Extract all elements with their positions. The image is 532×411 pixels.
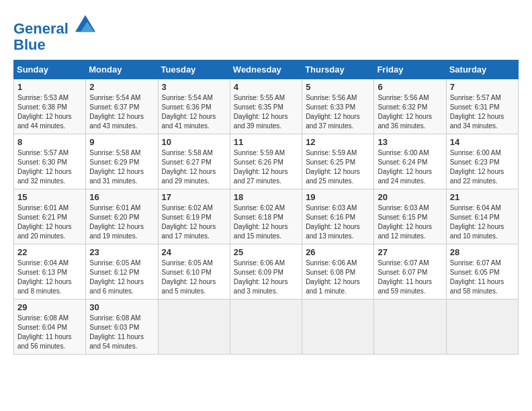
calendar-week-row: 15 Sunrise: 6:01 AM Sunset: 6:21 PM Dayl… <box>14 189 519 244</box>
day-number: 19 <box>306 192 370 202</box>
calendar-cell: 9 Sunrise: 5:58 AM Sunset: 6:29 PM Dayli… <box>86 134 158 189</box>
logo-icon <box>75 13 95 34</box>
day-info: Sunrise: 6:08 AM Sunset: 6:04 PM Dayligh… <box>17 314 82 351</box>
day-number: 17 <box>162 192 226 202</box>
calendar-week-row: 8 Sunrise: 5:57 AM Sunset: 6:30 PM Dayli… <box>14 134 519 189</box>
day-number: 29 <box>17 302 82 312</box>
day-info: Sunrise: 6:05 AM Sunset: 6:10 PM Dayligh… <box>162 259 226 296</box>
page-header: General Blue <box>13 13 519 53</box>
calendar-cell: 22 Sunrise: 6:04 AM Sunset: 6:13 PM Dayl… <box>14 244 86 300</box>
day-info: Sunrise: 6:04 AM Sunset: 6:13 PM Dayligh… <box>17 259 82 296</box>
calendar-cell: 1 Sunrise: 5:53 AM Sunset: 6:38 PM Dayli… <box>14 79 86 134</box>
weekday-header-wednesday: Wednesday <box>230 60 302 79</box>
calendar-cell: 24 Sunrise: 6:05 AM Sunset: 6:10 PM Dayl… <box>158 244 230 300</box>
day-number: 9 <box>89 137 154 147</box>
calendar-cell: 14 Sunrise: 6:00 AM Sunset: 6:23 PM Dayl… <box>446 134 518 189</box>
day-number: 10 <box>162 137 226 147</box>
day-number: 16 <box>89 192 154 202</box>
day-number: 14 <box>450 137 515 147</box>
day-info: Sunrise: 6:07 AM Sunset: 6:05 PM Dayligh… <box>450 259 515 296</box>
weekday-header-thursday: Thursday <box>302 60 374 79</box>
logo-text: General <box>13 13 95 37</box>
calendar-week-row: 1 Sunrise: 5:53 AM Sunset: 6:38 PM Dayli… <box>14 79 519 134</box>
day-info: Sunrise: 6:04 AM Sunset: 6:14 PM Dayligh… <box>450 203 515 241</box>
day-number: 6 <box>378 82 442 92</box>
calendar-cell: 29 Sunrise: 6:08 AM Sunset: 6:04 PM Dayl… <box>14 300 86 355</box>
day-info: Sunrise: 6:01 AM Sunset: 6:21 PM Dayligh… <box>17 203 82 241</box>
calendar-cell: 6 Sunrise: 5:56 AM Sunset: 6:32 PM Dayli… <box>374 79 446 134</box>
calendar-cell: 19 Sunrise: 6:03 AM Sunset: 6:16 PM Dayl… <box>302 189 374 244</box>
day-number: 7 <box>450 82 515 92</box>
logo-blue: Blue <box>13 37 95 53</box>
day-info: Sunrise: 6:06 AM Sunset: 6:09 PM Dayligh… <box>234 259 298 296</box>
day-info: Sunrise: 5:54 AM Sunset: 6:36 PM Dayligh… <box>162 93 226 131</box>
day-number: 26 <box>306 247 370 257</box>
day-info: Sunrise: 5:54 AM Sunset: 6:37 PM Dayligh… <box>89 93 154 131</box>
calendar-cell: 23 Sunrise: 6:05 AM Sunset: 6:12 PM Dayl… <box>86 244 158 300</box>
calendar-cell: 3 Sunrise: 5:54 AM Sunset: 6:36 PM Dayli… <box>158 79 230 134</box>
calendar-cell: 18 Sunrise: 6:02 AM Sunset: 6:18 PM Dayl… <box>230 189 302 244</box>
day-number: 24 <box>162 247 226 257</box>
day-info: Sunrise: 5:58 AM Sunset: 6:27 PM Dayligh… <box>162 148 226 186</box>
calendar-cell <box>158 300 230 355</box>
calendar-cell: 8 Sunrise: 5:57 AM Sunset: 6:30 PM Dayli… <box>14 134 86 189</box>
day-number: 20 <box>378 192 442 202</box>
day-info: Sunrise: 6:06 AM Sunset: 6:08 PM Dayligh… <box>306 259 370 296</box>
calendar-cell <box>374 300 446 355</box>
day-number: 8 <box>17 137 82 147</box>
day-number: 28 <box>450 247 515 257</box>
day-number: 12 <box>306 137 370 147</box>
weekday-header-saturday: Saturday <box>446 60 518 79</box>
day-number: 30 <box>89 302 154 312</box>
day-number: 22 <box>17 247 82 257</box>
day-number: 18 <box>234 192 298 202</box>
calendar-cell: 2 Sunrise: 5:54 AM Sunset: 6:37 PM Dayli… <box>86 79 158 134</box>
day-info: Sunrise: 6:02 AM Sunset: 6:19 PM Dayligh… <box>162 203 226 241</box>
day-info: Sunrise: 6:01 AM Sunset: 6:20 PM Dayligh… <box>89 203 154 241</box>
day-info: Sunrise: 5:59 AM Sunset: 6:25 PM Dayligh… <box>306 148 370 186</box>
logo-general: General <box>13 20 69 37</box>
day-number: 15 <box>17 192 82 202</box>
day-number: 4 <box>234 82 298 92</box>
day-info: Sunrise: 6:03 AM Sunset: 6:15 PM Dayligh… <box>378 203 442 241</box>
day-number: 25 <box>234 247 298 257</box>
day-info: Sunrise: 6:00 AM Sunset: 6:23 PM Dayligh… <box>450 148 515 186</box>
calendar-cell <box>302 300 374 355</box>
day-info: Sunrise: 5:53 AM Sunset: 6:38 PM Dayligh… <box>17 93 82 131</box>
day-number: 21 <box>450 192 515 202</box>
day-info: Sunrise: 6:02 AM Sunset: 6:18 PM Dayligh… <box>234 203 298 241</box>
logo: General Blue <box>13 13 95 53</box>
calendar-cell: 4 Sunrise: 5:55 AM Sunset: 6:35 PM Dayli… <box>230 79 302 134</box>
day-info: Sunrise: 5:57 AM Sunset: 6:31 PM Dayligh… <box>450 93 515 131</box>
calendar-cell: 20 Sunrise: 6:03 AM Sunset: 6:15 PM Dayl… <box>374 189 446 244</box>
day-info: Sunrise: 6:07 AM Sunset: 6:07 PM Dayligh… <box>378 259 442 296</box>
day-info: Sunrise: 5:58 AM Sunset: 6:29 PM Dayligh… <box>89 148 154 186</box>
weekday-header-row: SundayMondayTuesdayWednesdayThursdayFrid… <box>14 60 519 79</box>
calendar-cell: 12 Sunrise: 5:59 AM Sunset: 6:25 PM Dayl… <box>302 134 374 189</box>
calendar-cell: 21 Sunrise: 6:04 AM Sunset: 6:14 PM Dayl… <box>446 189 518 244</box>
calendar-cell: 26 Sunrise: 6:06 AM Sunset: 6:08 PM Dayl… <box>302 244 374 300</box>
day-number: 23 <box>89 247 154 257</box>
calendar-table: SundayMondayTuesdayWednesdayThursdayFrid… <box>13 60 519 355</box>
day-info: Sunrise: 5:57 AM Sunset: 6:30 PM Dayligh… <box>17 148 82 186</box>
day-info: Sunrise: 6:08 AM Sunset: 6:03 PM Dayligh… <box>89 314 154 351</box>
calendar-cell: 16 Sunrise: 6:01 AM Sunset: 6:20 PM Dayl… <box>86 189 158 244</box>
calendar-cell: 7 Sunrise: 5:57 AM Sunset: 6:31 PM Dayli… <box>446 79 518 134</box>
day-info: Sunrise: 6:00 AM Sunset: 6:24 PM Dayligh… <box>378 148 442 186</box>
day-info: Sunrise: 5:59 AM Sunset: 6:26 PM Dayligh… <box>234 148 298 186</box>
day-number: 1 <box>17 82 82 92</box>
calendar-cell: 30 Sunrise: 6:08 AM Sunset: 6:03 PM Dayl… <box>86 300 158 355</box>
calendar-week-row: 22 Sunrise: 6:04 AM Sunset: 6:13 PM Dayl… <box>14 244 519 300</box>
calendar-cell <box>446 300 518 355</box>
day-number: 3 <box>162 82 226 92</box>
day-number: 13 <box>378 137 442 147</box>
weekday-header-monday: Monday <box>86 60 158 79</box>
day-info: Sunrise: 5:56 AM Sunset: 6:33 PM Dayligh… <box>306 93 370 131</box>
day-info: Sunrise: 5:55 AM Sunset: 6:35 PM Dayligh… <box>234 93 298 131</box>
calendar-cell: 27 Sunrise: 6:07 AM Sunset: 6:07 PM Dayl… <box>374 244 446 300</box>
day-number: 5 <box>306 82 370 92</box>
calendar-cell: 13 Sunrise: 6:00 AM Sunset: 6:24 PM Dayl… <box>374 134 446 189</box>
calendar-week-row: 29 Sunrise: 6:08 AM Sunset: 6:04 PM Dayl… <box>14 300 519 355</box>
calendar-cell: 11 Sunrise: 5:59 AM Sunset: 6:26 PM Dayl… <box>230 134 302 189</box>
calendar-cell: 25 Sunrise: 6:06 AM Sunset: 6:09 PM Dayl… <box>230 244 302 300</box>
